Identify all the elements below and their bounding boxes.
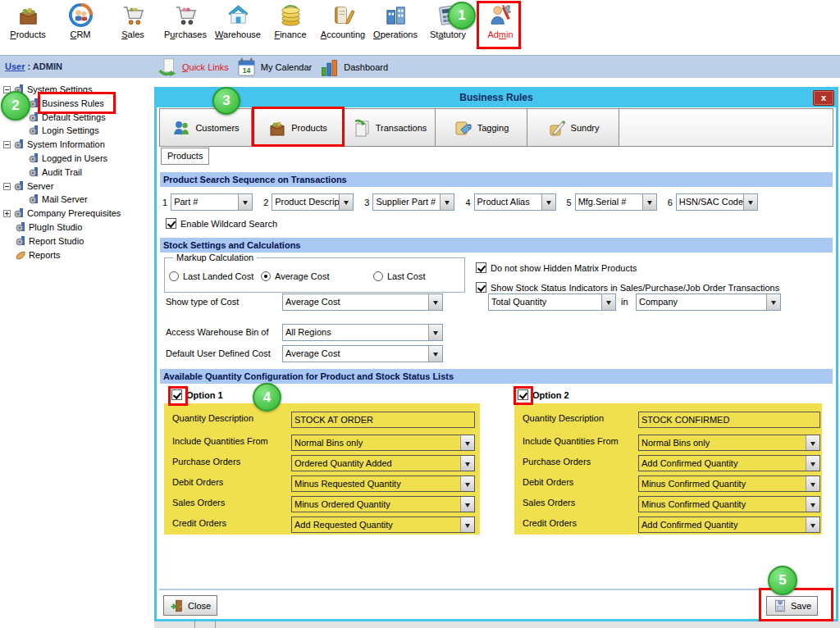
enable-wildcard-checkbox[interactable] bbox=[166, 218, 176, 229]
dashboard-button[interactable]: Dashboard bbox=[319, 57, 388, 78]
tree-item-audit-trail[interactable]: Audit Trail bbox=[28, 166, 82, 179]
dropdown-arrow-icon[interactable] bbox=[806, 456, 819, 471]
dropdown-arrow-icon[interactable] bbox=[460, 456, 474, 471]
dropdown-arrow-icon[interactable] bbox=[601, 294, 615, 310]
credit-orders-dropdown[interactable]: Add Confirmed Quantity bbox=[638, 517, 820, 533]
dropdown-value: Supplier Part # bbox=[373, 194, 440, 210]
include-quantities-dropdown[interactable]: Normal Bins only bbox=[291, 435, 475, 451]
toolbar-item-purchases[interactable]: Purchases bbox=[162, 2, 209, 55]
dropdown-arrow-icon[interactable] bbox=[806, 476, 819, 491]
radio-last-cost[interactable]: Last Cost bbox=[373, 271, 425, 281]
radio-icon[interactable] bbox=[169, 271, 179, 281]
my-calendar-button[interactable]: 14 My Calendar bbox=[236, 57, 312, 78]
radio-last-landed-cost[interactable]: Last Landed Cost bbox=[169, 271, 253, 281]
radio-average-cost[interactable]: Average Cost bbox=[261, 271, 329, 281]
tab-transactions[interactable]: Transactions bbox=[344, 109, 436, 146]
toolbar-item-statutory[interactable]: Statutory bbox=[424, 2, 472, 55]
toolbar-item-warehouse[interactable]: Warehouse bbox=[214, 2, 262, 55]
toolbar-item-finance[interactable]: Finance bbox=[267, 2, 314, 55]
dropdown-arrow-icon[interactable] bbox=[238, 194, 252, 210]
tab-sundry[interactable]: Sundry bbox=[527, 109, 619, 146]
debit-orders-dropdown[interactable]: Minus Requested Quantity bbox=[291, 476, 475, 492]
tree-item-plugin-studio[interactable]: PlugIn Studio bbox=[15, 221, 82, 234]
dropdown-arrow-icon[interactable] bbox=[743, 194, 757, 210]
dropdown-arrow-icon[interactable] bbox=[428, 294, 442, 310]
tree-item-default-settings[interactable]: Default Settings bbox=[28, 111, 106, 124]
total-quantity-dropdown[interactable]: Total Quantity bbox=[488, 294, 616, 311]
purchase-orders-dropdown[interactable]: Add Confirmed Quantity bbox=[638, 455, 820, 471]
sales-orders-dropdown[interactable]: Minus Confirmed Quantity bbox=[638, 496, 820, 512]
default-user-defined-cost-dropdown[interactable]: Average Cost bbox=[282, 345, 443, 362]
tree-item-system-information[interactable]: System Information bbox=[3, 138, 105, 151]
stock-status-indicators-checkbox[interactable] bbox=[476, 282, 486, 293]
search-seq-2-dropdown[interactable]: Product Descrip bbox=[272, 193, 354, 211]
tree-item-system-settings[interactable]: System Settings bbox=[3, 83, 92, 96]
dialog-close-button[interactable]: x bbox=[813, 90, 834, 106]
toolbar-item-products[interactable]: Products bbox=[4, 2, 52, 55]
tree-item-server[interactable]: Server bbox=[3, 180, 53, 193]
dropdown-arrow-icon[interactable] bbox=[440, 194, 454, 210]
tree-item-business-rules[interactable]: Business Rules bbox=[28, 97, 104, 110]
toolbar-label: Accounting bbox=[321, 30, 365, 39]
toolbar-item-accounting[interactable]: Accounting bbox=[319, 2, 367, 55]
subtab-products[interactable]: Products bbox=[161, 148, 209, 165]
toolbar-item-crm[interactable]: CRM bbox=[57, 2, 104, 55]
access-warehouse-bin-dropdown[interactable]: All Regions bbox=[282, 324, 443, 341]
dropdown-arrow-icon[interactable] bbox=[460, 476, 474, 491]
quantity-description-input[interactable] bbox=[291, 412, 475, 428]
tab-tagging[interactable]: Tagging bbox=[436, 109, 527, 146]
search-seq-5-dropdown[interactable]: Mfg.Serial # bbox=[575, 193, 657, 211]
close-button[interactable]: Close bbox=[163, 595, 217, 616]
dropdown-arrow-icon[interactable] bbox=[428, 346, 442, 362]
tree-item-logged-in-users[interactable]: Logged in Users bbox=[28, 152, 107, 165]
collapse-icon[interactable] bbox=[3, 86, 11, 93]
tree-item-mail-server[interactable]: Mail Server bbox=[28, 193, 88, 206]
tree-item-report-studio[interactable]: Report Studio bbox=[15, 234, 84, 248]
tree-item-login-settings[interactable]: Login Settings bbox=[28, 124, 99, 137]
option1-checkbox[interactable] bbox=[171, 389, 182, 400]
collapse-icon[interactable] bbox=[3, 141, 11, 148]
search-seq-3-dropdown[interactable]: Supplier Part # bbox=[372, 193, 454, 211]
dropdown-arrow-icon[interactable] bbox=[806, 435, 819, 450]
gear-icon bbox=[28, 166, 39, 178]
search-seq-6-dropdown[interactable]: HSN/SAC Code bbox=[676, 193, 758, 211]
company-dropdown[interactable]: Company bbox=[636, 294, 781, 311]
quantity-description-input[interactable] bbox=[638, 412, 820, 428]
dropdown-arrow-icon[interactable] bbox=[339, 194, 353, 210]
sales-orders-dropdown[interactable]: Minus Ordered Quantity bbox=[291, 496, 475, 512]
search-seq-1-dropdown[interactable]: Part # bbox=[171, 193, 253, 211]
dropdown-arrow-icon[interactable] bbox=[806, 517, 819, 532]
option2-checkbox[interactable] bbox=[518, 389, 528, 400]
hidden-matrix-checkbox[interactable] bbox=[476, 262, 486, 273]
tab-products[interactable]: Products bbox=[252, 109, 344, 146]
radio-icon[interactable] bbox=[261, 271, 271, 281]
save-button[interactable]: Save bbox=[766, 596, 818, 616]
dropdown-arrow-icon[interactable] bbox=[541, 194, 555, 210]
toolbar-item-sales[interactable]: Sales bbox=[109, 2, 157, 55]
dropdown-arrow-icon[interactable] bbox=[642, 194, 656, 210]
include-quantities-dropdown[interactable]: Normal Bins only bbox=[638, 435, 820, 451]
show-type-of-cost-dropdown[interactable]: Average Cost bbox=[282, 294, 443, 311]
dropdown-arrow-icon[interactable] bbox=[428, 325, 442, 340]
toolbar-item-operations[interactable]: Operations bbox=[372, 2, 419, 55]
debit-orders-dropdown[interactable]: Minus Confirmed Quantity bbox=[638, 476, 820, 492]
toolbar-item-admin[interactable]: Admin bbox=[477, 2, 524, 55]
dropdown-arrow-icon[interactable] bbox=[460, 435, 474, 450]
dropdown-arrow-icon[interactable] bbox=[460, 517, 474, 532]
sales-orders-label: Sales Orders bbox=[172, 498, 225, 507]
dropdown-arrow-icon[interactable] bbox=[806, 497, 819, 512]
credit-orders-dropdown[interactable]: Add Requested Quantity bbox=[291, 517, 475, 533]
gear-icon bbox=[28, 111, 39, 123]
tab-customers[interactable]: Customers bbox=[160, 109, 252, 146]
collapse-icon[interactable] bbox=[3, 183, 11, 190]
purchase-orders-dropdown[interactable]: Ordered Quantity Added bbox=[291, 455, 475, 471]
tree-item-reports[interactable]: Reports bbox=[15, 248, 61, 262]
tree-item-company-prerequisites[interactable]: Company Prerequisites bbox=[3, 207, 121, 220]
dropdown-arrow-icon[interactable] bbox=[460, 497, 474, 512]
dropdown-arrow-icon[interactable] bbox=[766, 294, 780, 310]
main-toolbar: Products CRM Sales Purchases Warehouse F… bbox=[0, 0, 840, 55]
quick-links-button[interactable]: Quick Links bbox=[158, 57, 229, 78]
search-seq-4-dropdown[interactable]: Product Alias bbox=[474, 193, 556, 211]
radio-icon[interactable] bbox=[373, 271, 383, 281]
expand-icon[interactable] bbox=[3, 210, 11, 217]
